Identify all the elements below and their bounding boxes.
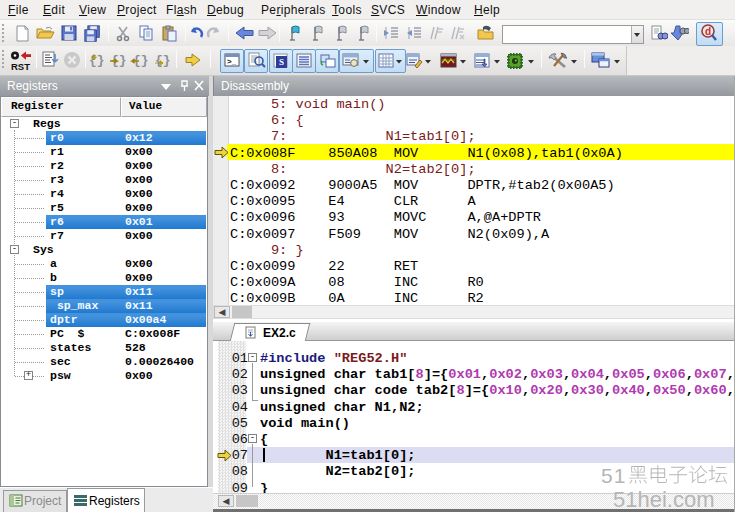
- svg-text:RST: RST: [11, 61, 30, 72]
- svg-text:{}: {}: [89, 53, 104, 68]
- svg-text:S: S: [279, 57, 284, 67]
- svg-text:>_: >_: [227, 57, 237, 66]
- svg-text:{}: {}: [155, 53, 170, 68]
- svg-text:d: d: [705, 26, 711, 37]
